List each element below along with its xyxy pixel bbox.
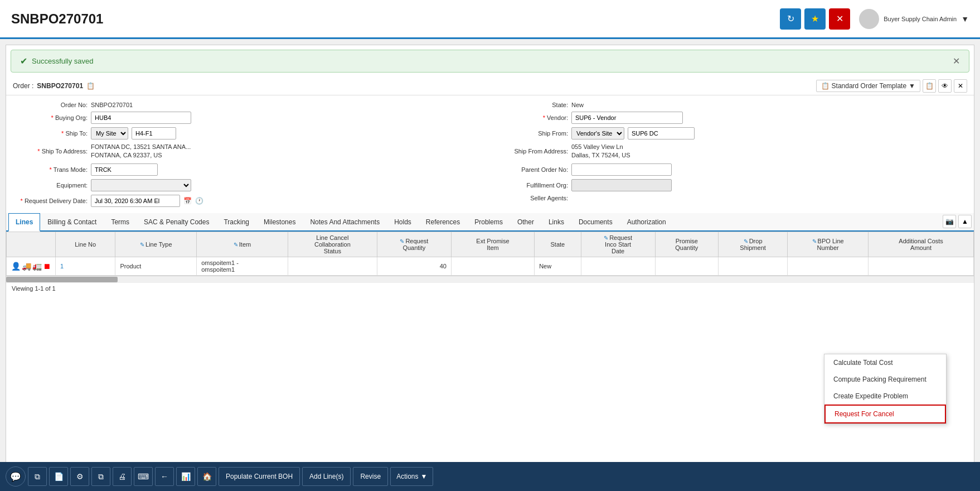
user-name: Buyer Supply Chain Admin xyxy=(884,16,957,22)
state-row: State: New xyxy=(496,100,965,110)
row-inco-start xyxy=(581,257,655,275)
fulfillment-org-input[interactable] xyxy=(571,179,672,191)
tab-problems[interactable]: Problems xyxy=(467,213,510,230)
close-button[interactable]: ✕ xyxy=(829,8,850,30)
row-ext-promise xyxy=(451,257,534,275)
tabs-right-icons: 📷 ▲ xyxy=(943,215,972,228)
add-lines-button[interactable]: Add Line(s) xyxy=(302,467,351,486)
ship-from-select[interactable]: Vendor's Site xyxy=(571,127,624,139)
ship-to-select[interactable]: My Site xyxy=(91,127,128,139)
calc-footer-btn[interactable]: ⌨ xyxy=(134,467,153,486)
layers-footer-btn[interactable]: ⧉ xyxy=(91,467,110,486)
tab-collapse-icon[interactable]: ▲ xyxy=(958,215,972,228)
tab-milestones[interactable]: Milestones xyxy=(256,213,303,230)
equipment-label: Equipment: xyxy=(15,182,88,189)
trans-mode-label: * Trans Mode: xyxy=(15,166,88,173)
tab-references[interactable]: References xyxy=(419,213,467,230)
buying-org-input[interactable] xyxy=(91,112,191,124)
favorite-button[interactable]: ★ xyxy=(804,8,826,30)
ship-to-label: * Ship To: xyxy=(15,130,88,137)
tab-other[interactable]: Other xyxy=(510,213,541,230)
fulfillment-org-row: Fulfillment Org: xyxy=(496,177,965,193)
col-ext-promise: Ext PromiseItem xyxy=(451,232,534,257)
line-no-link[interactable]: 1 xyxy=(60,263,64,269)
copy-footer-btn[interactable]: ⧉ xyxy=(28,467,47,486)
viewing-info: Viewing 1-1 of 1 xyxy=(6,282,974,294)
user-avatar xyxy=(859,9,879,29)
clock-icon[interactable]: 🕐 xyxy=(195,197,203,205)
calendar-icon[interactable]: 📅 xyxy=(183,197,192,205)
gear-footer-btn[interactable]: ⚙ xyxy=(70,467,89,486)
state-value: New xyxy=(571,102,584,108)
vendor-input[interactable] xyxy=(571,112,683,124)
row-additional-costs xyxy=(869,257,974,275)
equipment-select[interactable] xyxy=(91,179,191,191)
trans-mode-input[interactable] xyxy=(91,163,158,176)
seller-agents-label: Seller Agents: xyxy=(496,195,568,201)
template-button[interactable]: 📋 Standard Order Template ▼ xyxy=(816,80,920,92)
order-no-value: SNBPO270701 xyxy=(91,102,133,108)
buying-org-label: * Buying Org: xyxy=(15,114,88,121)
horizontal-scrollbar[interactable] xyxy=(6,276,974,282)
tab-holds[interactable]: Holds xyxy=(387,213,419,230)
footer-toolbar: 💬 ⧉ 📄 ⚙ ⧉ 🖨 ⌨ ← 📊 🏠 Populate Current BOH… xyxy=(0,462,980,491)
actions-dropdown-icon: ▼ xyxy=(420,473,427,480)
menu-calculate-total[interactable]: Calculate Total Cost xyxy=(824,354,946,371)
scroll-thumb xyxy=(6,277,118,282)
tab-camera-icon[interactable]: 📷 xyxy=(943,215,956,228)
ship-to-code-input[interactable] xyxy=(132,127,176,139)
home-footer-btn[interactable]: 🏠 xyxy=(197,467,216,486)
tab-authorization[interactable]: Authorization xyxy=(620,213,673,230)
doc-footer-btn[interactable]: 📄 xyxy=(49,467,68,486)
menu-request-cancel[interactable]: Request For Cancel xyxy=(824,405,946,423)
chat-button[interactable]: 💬 xyxy=(6,466,26,487)
copy-order-icon[interactable]: 📋 xyxy=(86,82,95,90)
order-no-row: Order No: SNBPO270701 xyxy=(15,100,484,110)
vendor-label: * Vendor: xyxy=(496,114,568,121)
chevron-down-icon: ▼ xyxy=(961,15,969,23)
trans-mode-row: * Trans Mode: xyxy=(15,162,484,177)
ship-from-code-input[interactable] xyxy=(628,127,695,139)
buying-org-row: * Buying Org: xyxy=(15,110,484,126)
back-footer-btn[interactable]: ← xyxy=(155,467,174,486)
template-action-btn2[interactable]: 👁 xyxy=(938,79,952,93)
template-action-btn1[interactable]: 📋 xyxy=(923,79,936,93)
tab-links[interactable]: Links xyxy=(541,213,571,230)
col-request-qty: ✎RequestQuantity xyxy=(377,232,451,257)
tab-tracking[interactable]: Tracking xyxy=(216,213,256,230)
tab-terms[interactable]: Terms xyxy=(104,213,137,230)
request-delivery-input[interactable] xyxy=(91,195,180,207)
user-menu[interactable]: Buyer Supply Chain Admin ▼ xyxy=(859,9,969,29)
tabs-container: Lines Billing & Contact Terms SAC & Pena… xyxy=(6,213,974,232)
table-row: 👤 🚚 🚛 ⏹ 1 Product omspoitem1 -omspoitem1… xyxy=(7,257,974,275)
template-action-btn3[interactable]: ✕ xyxy=(954,79,967,93)
revise-button[interactable]: Revise xyxy=(353,467,388,486)
truck-icon: 🚚 xyxy=(22,262,31,271)
parent-order-label: Parent Order No: xyxy=(496,166,568,173)
stop-icon: ⏹ xyxy=(43,262,51,271)
actions-button[interactable]: Actions ▼ xyxy=(390,467,433,486)
menu-compute-packing[interactable]: Compute Packing Requirement xyxy=(824,371,946,388)
tab-documents[interactable]: Documents xyxy=(571,213,620,230)
chart-footer-btn[interactable]: 📊 xyxy=(176,467,195,486)
refresh-button[interactable]: ↻ xyxy=(780,8,801,30)
form-area: Order No: SNBPO270701 * Buying Org: * Sh… xyxy=(6,95,974,213)
request-delivery-row: * Request Delivery Date: 📅 🕐 xyxy=(15,193,484,209)
col-collab-status: Line CancelCollaborationStatus xyxy=(288,232,377,257)
tab-notes[interactable]: Notes And Attachments xyxy=(303,213,387,230)
tab-sac[interactable]: SAC & Penalty Codes xyxy=(137,213,216,230)
ship-from-label: Ship From: xyxy=(496,130,568,137)
row-state: New xyxy=(535,257,581,275)
menu-create-expedite[interactable]: Create Expedite Problem xyxy=(824,388,946,405)
banner-close-button[interactable]: ✕ xyxy=(953,56,960,66)
print-footer-btn[interactable]: 🖨 xyxy=(113,467,132,486)
seller-agents-row: Seller Agents: xyxy=(496,193,965,203)
row-icons: 👤 🚚 🚛 ⏹ xyxy=(11,262,51,271)
parent-order-input[interactable] xyxy=(571,163,672,176)
tab-lines[interactable]: Lines xyxy=(8,213,40,232)
check-icon: ✔ xyxy=(20,56,27,66)
tab-billing[interactable]: Billing & Contact xyxy=(40,213,104,230)
person-icon: 👤 xyxy=(11,262,21,271)
populate-boh-button[interactable]: Populate Current BOH xyxy=(219,467,300,486)
ship-from-row: Ship From: Vendor's Site xyxy=(496,126,965,141)
